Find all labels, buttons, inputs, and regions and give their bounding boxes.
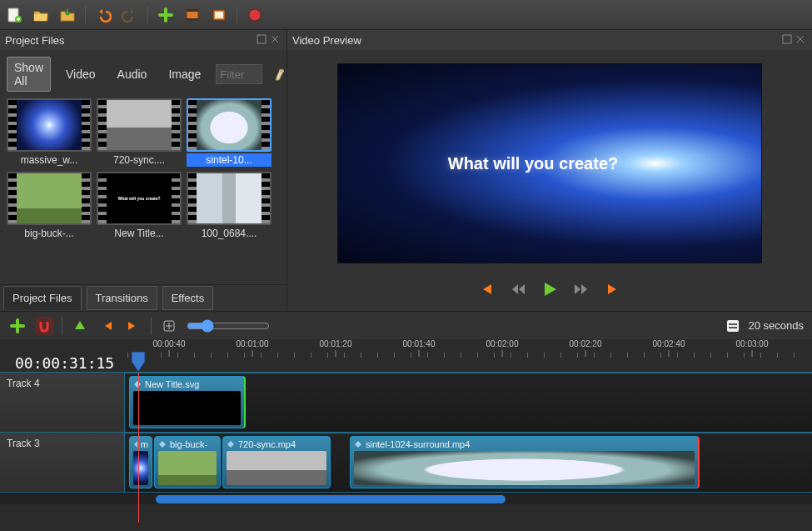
project-file-item[interactable]: big-buck-... bbox=[7, 172, 92, 240]
toolbar-separator bbox=[237, 6, 237, 24]
toolbar-separator bbox=[85, 6, 86, 24]
redo-button[interactable] bbox=[121, 6, 139, 24]
toolbar-separator bbox=[151, 317, 152, 335]
export-video-button[interactable] bbox=[246, 6, 264, 24]
save-project-button[interactable] bbox=[58, 6, 77, 24]
rewind-button[interactable] bbox=[509, 280, 527, 298]
project-file-item[interactable]: 100_0684.... bbox=[187, 172, 271, 240]
choose-profile-button[interactable] bbox=[183, 6, 202, 24]
track-header[interactable]: Track 3 bbox=[0, 433, 125, 492]
ruler-tick: 00:01:20 bbox=[320, 339, 352, 357]
pf-tab-show-all[interactable]: Show All bbox=[7, 57, 51, 92]
close-panel-icon[interactable] bbox=[270, 34, 281, 46]
next-marker-button[interactable] bbox=[124, 317, 142, 335]
svg-rect-14 bbox=[729, 323, 737, 325]
timeline-clip[interactable]: 720-sync.mp4 bbox=[222, 436, 331, 488]
timeline-scrollbar-thumb[interactable] bbox=[156, 495, 506, 503]
new-project-button[interactable] bbox=[5, 6, 23, 24]
add-track-button[interactable] bbox=[8, 317, 27, 335]
timeline-clip[interactable]: sintel-1024-surround.mp4 bbox=[350, 436, 700, 488]
zoom-label: 20 seconds bbox=[749, 319, 805, 332]
clip-title: New Title.svg bbox=[145, 379, 199, 389]
project-files-panel: Project Files Show All Video Audio Image… bbox=[0, 30, 287, 311]
main-area: Project Files Show All Video Audio Image… bbox=[0, 30, 812, 311]
timeline-clip[interactable]: m bbox=[129, 436, 152, 488]
ruler-tick: 00:00:40 bbox=[153, 339, 186, 357]
ruler-tick: 00:02:20 bbox=[570, 339, 602, 357]
svg-rect-9 bbox=[257, 35, 266, 43]
pf-tab-video[interactable]: Video bbox=[59, 64, 102, 84]
svg-point-10 bbox=[279, 69, 284, 73]
clip-title: 720-sync.mp4 bbox=[238, 439, 296, 449]
playhead[interactable] bbox=[131, 351, 146, 373]
preview-body: What will you create? bbox=[287, 50, 812, 311]
svg-rect-13 bbox=[727, 320, 739, 332]
ruler-tick: 00:02:00 bbox=[486, 339, 519, 357]
svg-rect-4 bbox=[187, 18, 198, 21]
main-toolbar bbox=[0, 0, 812, 30]
timeline-toolbar: 20 seconds bbox=[0, 311, 812, 339]
track-header[interactable]: Track 4 bbox=[0, 373, 125, 432]
project-file-label: New Title... bbox=[97, 227, 182, 240]
zoom-slider[interactable] bbox=[187, 319, 270, 333]
svg-rect-15 bbox=[729, 327, 737, 328]
toolbar-separator bbox=[147, 6, 148, 24]
import-files-button[interactable] bbox=[157, 6, 175, 24]
video-preview-panel: Video Preview What will you create? bbox=[287, 30, 812, 311]
add-marker-button[interactable] bbox=[71, 317, 89, 335]
transport-controls bbox=[477, 280, 622, 298]
clip-title: m bbox=[141, 439, 148, 449]
video-preview-title: Video Preview bbox=[292, 34, 361, 47]
project-file-label: sintel-10... bbox=[187, 153, 271, 167]
video-preview-header: Video Preview bbox=[287, 30, 812, 50]
project-file-label: big-buck-... bbox=[7, 227, 92, 240]
svg-rect-11 bbox=[783, 35, 791, 43]
timeline-clip[interactable]: New Title.svg bbox=[129, 376, 246, 428]
project-files-header: Project Files bbox=[0, 30, 286, 50]
fast-forward-button[interactable] bbox=[572, 280, 590, 298]
project-files-bottom-tabs: Project Files Transitions Effects bbox=[0, 284, 286, 311]
open-project-button[interactable] bbox=[32, 6, 50, 24]
previous-marker-button[interactable] bbox=[97, 317, 116, 335]
snapping-button[interactable] bbox=[35, 317, 53, 335]
track-body[interactable]: New Title.svg bbox=[125, 373, 812, 432]
timeline-track[interactable]: Track 4New Title.svg bbox=[0, 373, 812, 433]
timeline-ruler[interactable]: 00:00:31:15 00:00:4000:01:0000:01:2000:0… bbox=[0, 339, 812, 373]
center-timeline-button[interactable] bbox=[160, 317, 178, 335]
jump-end-button[interactable] bbox=[604, 280, 622, 298]
project-file-item[interactable]: massive_w... bbox=[7, 98, 92, 167]
play-button[interactable] bbox=[541, 280, 559, 298]
project-files-grid: massive_w...720-sync....sintel-10...big-… bbox=[7, 98, 280, 240]
svg-rect-6 bbox=[215, 12, 223, 18]
project-file-label: 720-sync.... bbox=[97, 153, 182, 167]
zoom-mode-button[interactable] bbox=[724, 317, 742, 335]
fullscreen-button[interactable] bbox=[210, 6, 228, 24]
filter-input[interactable] bbox=[216, 64, 262, 84]
jump-start-button[interactable] bbox=[477, 280, 496, 298]
project-files-title: Project Files bbox=[5, 34, 65, 47]
ruler-tick: 00:01:40 bbox=[403, 339, 436, 357]
close-panel-icon[interactable] bbox=[795, 34, 807, 46]
btab-transitions[interactable]: Transitions bbox=[87, 286, 157, 310]
project-files-filterbar: Show All Video Audio Image bbox=[7, 57, 280, 92]
btab-effects[interactable]: Effects bbox=[162, 286, 214, 310]
toolbar-separator bbox=[62, 317, 62, 335]
timeline-scrollbar[interactable] bbox=[0, 493, 812, 504]
timeline-track[interactable]: Track 3mbig-buck-720-sync.mp4sintel-1024… bbox=[0, 433, 812, 493]
preview-frame[interactable]: What will you create? bbox=[337, 63, 762, 263]
pf-tab-image[interactable]: Image bbox=[162, 64, 207, 84]
clip-title: big-buck- bbox=[170, 439, 207, 449]
track-body[interactable]: mbig-buck-720-sync.mp4sintel-1024-surrou… bbox=[125, 433, 812, 492]
undock-icon[interactable] bbox=[257, 34, 268, 46]
btab-project-files[interactable]: Project Files bbox=[3, 286, 82, 310]
ruler-tick: 00:01:00 bbox=[237, 339, 269, 357]
pf-tab-audio[interactable]: Audio bbox=[111, 64, 154, 84]
project-file-item[interactable]: What will you create?New Title... bbox=[97, 172, 182, 240]
undo-button[interactable] bbox=[94, 6, 112, 24]
project-file-item[interactable]: 720-sync.... bbox=[97, 98, 182, 167]
undock-icon[interactable] bbox=[782, 34, 794, 46]
timeline-clip[interactable]: big-buck- bbox=[154, 436, 221, 488]
svg-rect-3 bbox=[187, 9, 198, 12]
project-file-label: 100_0684.... bbox=[187, 227, 271, 240]
project-file-item[interactable]: sintel-10... bbox=[187, 98, 271, 167]
